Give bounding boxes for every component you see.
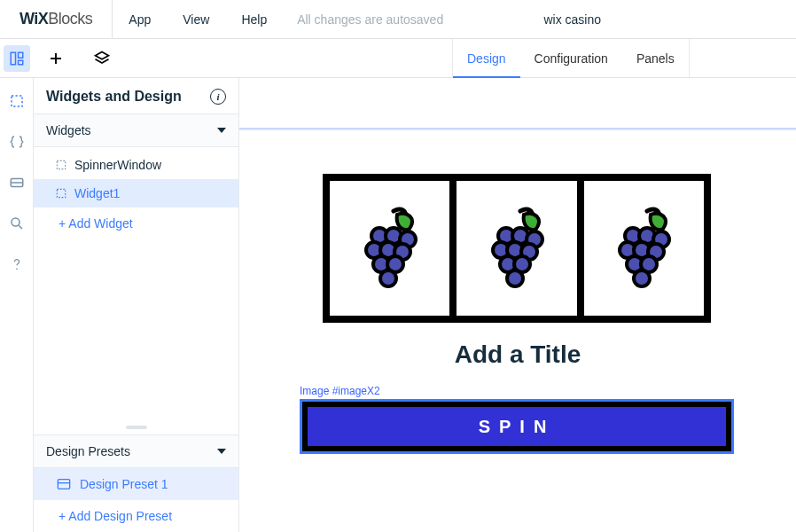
spin-button-label: SPIN	[479, 417, 556, 437]
panel-resizer-area	[34, 243, 238, 434]
widget-frame-icon	[55, 187, 67, 200]
widgets-tree: SpinnerWindow Widget1 + Add Widget	[34, 147, 238, 243]
side-panel: Widgets and Design i Widgets SpinnerWind…	[34, 78, 239, 532]
rail-search[interactable]	[6, 213, 27, 234]
chevron-down-icon	[217, 449, 226, 454]
svg-rect-2	[19, 60, 23, 65]
layers-icon	[93, 50, 111, 67]
tab-configuration[interactable]: Configuration	[520, 39, 622, 78]
main-menu: App View Help	[113, 0, 283, 39]
left-rail	[0, 78, 34, 532]
question-icon	[10, 256, 24, 272]
presets-list: Design Preset 1 + Add Design Preset	[34, 468, 238, 532]
rail-help[interactable]	[6, 254, 27, 275]
svg-rect-3	[12, 96, 22, 106]
svg-point-27	[507, 270, 523, 286]
search-icon	[9, 215, 25, 231]
add-button[interactable]	[43, 45, 69, 72]
grape-icon	[355, 206, 425, 291]
design-canvas[interactable]: Add a Title Image #imageX2 SPIN	[239, 78, 796, 532]
menu-view[interactable]: View	[167, 0, 225, 39]
svg-point-6	[16, 268, 18, 270]
preset-icon	[57, 478, 71, 490]
widget-label: Widget1	[74, 186, 120, 200]
reel-3[interactable]	[584, 181, 704, 316]
svg-rect-9	[58, 480, 69, 489]
widget-frame-icon	[55, 159, 67, 171]
svg-rect-1	[19, 52, 23, 58]
presets-section-header[interactable]: Design Presets	[34, 434, 238, 468]
selected-element-outline[interactable]: SPIN	[300, 399, 734, 454]
braces-icon	[9, 134, 25, 150]
svg-point-5	[12, 218, 20, 226]
plus-icon	[48, 51, 64, 66]
tab-design[interactable]: Design	[453, 39, 520, 78]
grape-icon	[481, 206, 552, 291]
selection-label[interactable]: Image #imageX2	[300, 385, 380, 397]
slot-machine-widget[interactable]	[323, 174, 711, 323]
project-name[interactable]: wix casino	[543, 0, 601, 39]
add-preset-link[interactable]: + Add Design Preset	[34, 500, 238, 532]
svg-rect-0	[11, 52, 15, 65]
rail-code[interactable]	[6, 131, 27, 153]
chevron-down-icon	[217, 128, 226, 133]
preset-item-1[interactable]: Design Preset 1	[34, 468, 238, 500]
layout-icon	[9, 51, 25, 66]
widget-frame-icon	[9, 93, 25, 109]
layers-button[interactable]	[89, 45, 115, 72]
svg-rect-8	[57, 189, 65, 197]
widget-item-widget1[interactable]: Widget1	[34, 179, 238, 207]
slot-reels	[323, 174, 711, 323]
grape-icon	[608, 206, 679, 291]
logo: WiXBlocks	[0, 0, 113, 38]
menu-help[interactable]: Help	[225, 0, 283, 39]
logo-light: Blocks	[48, 10, 92, 28]
tool-bar: Design Configuration Panels	[0, 39, 796, 78]
menu-app[interactable]: App	[113, 0, 167, 39]
widgets-header-label: Widgets	[46, 123, 91, 137]
tab-panels[interactable]: Panels	[622, 39, 689, 78]
rail-widget-tree[interactable]	[6, 90, 27, 112]
panel-title-row: Widgets and Design i	[34, 78, 238, 113]
database-icon	[9, 175, 25, 191]
layout-mode-button[interactable]	[4, 45, 30, 72]
canvas-tabs: Design Configuration Panels	[452, 39, 690, 78]
widget-item-spinnerwindow[interactable]: SpinnerWindow	[34, 151, 238, 179]
canvas-guide-line	[239, 128, 796, 129]
svg-rect-7	[57, 160, 65, 168]
presets-header-label: Design Presets	[46, 444, 130, 458]
widgets-section-header[interactable]: Widgets	[34, 113, 238, 147]
svg-point-36	[634, 270, 650, 286]
reel-2[interactable]	[457, 181, 583, 316]
spin-button[interactable]: SPIN	[302, 402, 731, 451]
add-widget-link[interactable]: + Add Widget	[34, 207, 238, 239]
main-area: Widgets and Design i Widgets SpinnerWind…	[0, 78, 796, 532]
widget-label: SpinnerWindow	[74, 158, 161, 172]
drag-handle[interactable]	[126, 426, 147, 429]
rail-database[interactable]	[6, 172, 27, 193]
logo-strong: WiX	[20, 10, 48, 28]
title-text[interactable]: Add a Title	[239, 340, 796, 369]
info-icon[interactable]: i	[210, 89, 226, 105]
top-menu-bar: WiXBlocks App View Help All changes are …	[0, 0, 796, 39]
autosave-status: All changes are autosaved	[283, 12, 443, 27]
preset-label: Design Preset 1	[80, 477, 168, 491]
reel-1[interactable]	[330, 181, 457, 316]
panel-title: Widgets and Design	[46, 89, 182, 105]
svg-point-18	[380, 270, 396, 286]
